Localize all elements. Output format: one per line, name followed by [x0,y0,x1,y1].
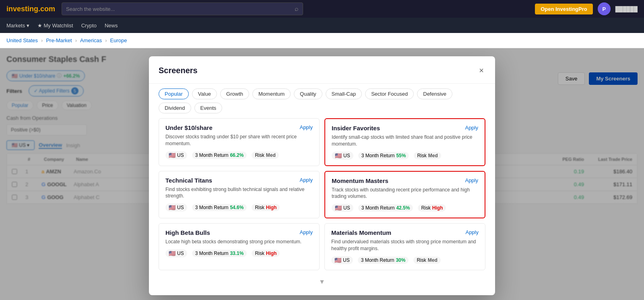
screener-row-2: Technical Titans Apply Find stocks exhib… [159,171,485,219]
risk-badge-under-10: Risk Med [252,152,279,159]
card-title-materials: Materials Momentum [331,229,391,236]
breadcrumb-united-states[interactable]: United States [6,37,38,43]
return-label-materials: 3 Month Return [361,257,394,263]
risk-badge-materials: Risk Med [413,257,440,264]
tab-popular[interactable]: Popular [159,88,189,99]
region-us-momentum: 🇺🇸 US [332,204,353,212]
apply-link-under-10[interactable]: Apply [299,124,313,130]
nav-markets[interactable]: Markets ▾ [6,23,29,29]
open-investing-pro-button[interactable]: Open InvestingPro [535,4,593,14]
return-badge-materials: 3 Month Return 30% [358,257,409,264]
tab-growth[interactable]: Growth [220,88,249,99]
breadcrumb-sep-1: › [41,37,43,43]
logo-text: investing [6,5,38,13]
tab-value[interactable]: Value [192,88,217,99]
return-label-insider: 3 Month Return [361,153,395,158]
card-desc-momentum: Track stocks with outstanding recent pri… [332,187,478,200]
us-flag-icon-technical: 🇺🇸 [169,204,175,211]
breadcrumb-pre-market[interactable]: Pre-Market [46,37,72,43]
modal-overlay[interactable]: Screeners × Popular Value Growth Momentu… [0,48,644,300]
nav-watchlist[interactable]: ★ My Watchlist [37,23,73,29]
screener-grid: Under $10/share Apply Discover stocks tr… [149,118,495,295]
username: ██████ [615,6,638,12]
risk-badge-momentum: Risk High [418,204,446,212]
us-flag-icon-under-10: 🇺🇸 [169,152,175,158]
risk-label-insider: Risk [417,153,426,158]
card-header-insider: Insider Favorites Apply [332,125,478,132]
card-desc-under-10: Discover stocks trading under $10 per sh… [165,134,313,147]
risk-badge-insider: Risk Med [414,152,441,159]
search-icon: ⌕ [295,5,299,12]
tab-events[interactable]: Events [194,103,223,113]
risk-label-high-beta: Risk [255,251,264,256]
return-value-materials: 30% [396,257,405,263]
risk-value-momentum: High [432,205,443,211]
screener-card-momentum-masters: Momentum Masters Apply Track stocks with… [324,171,485,219]
tab-defensive[interactable]: Defensive [417,88,452,99]
region-label-insider: US [343,153,350,158]
screener-card-materials-momentum: Materials Momentum Apply Find undervalue… [324,223,485,270]
us-flag-icon-materials: 🇺🇸 [334,257,341,263]
screener-row-1: Under $10/share Apply Discover stocks tr… [159,118,485,166]
risk-label-technical: Risk [255,205,264,210]
region-us-under-10: 🇺🇸 US [165,151,187,159]
risk-value-under-10: Med [266,152,276,158]
card-meta-under-10: 🇺🇸 US 3 Month Return 66.2% Risk Med [165,151,313,159]
return-value-momentum: 42.5% [396,205,410,211]
card-meta-momentum: 🇺🇸 US 3 Month Return 42.5% Risk High [332,204,478,212]
return-label-under-10: 3 Month Return [195,152,229,158]
card-desc-high-beta: Locate high beta stocks demonstrating st… [165,238,313,245]
nav-crypto[interactable]: Crypto [81,23,97,29]
apply-link-momentum[interactable]: Apply [465,177,478,183]
nav-news[interactable]: News [105,23,118,29]
card-meta-high-beta: 🇺🇸 US 3 Month Return 33.1% Risk High [165,249,313,257]
card-header-high-beta: High Beta Bulls Apply [165,229,313,236]
risk-badge-high-beta: Risk High [252,250,280,257]
breadcrumb-europe[interactable]: Europe [110,37,127,43]
card-title-technical: Technical Titans [165,177,212,184]
second-nav: Markets ▾ ★ My Watchlist Crypto News [0,18,644,33]
return-value-high-beta: 33.1% [230,251,244,256]
region-label-momentum: US [343,205,350,211]
apply-link-high-beta[interactable]: Apply [299,229,313,235]
apply-link-technical[interactable]: Apply [299,177,313,183]
card-header-materials: Materials Momentum Apply [331,229,479,236]
card-header-technical: Technical Titans Apply [165,177,313,184]
return-label-technical: 3 Month Return [195,205,229,210]
return-badge-high-beta: 3 Month Return 33.1% [192,250,247,257]
tab-sector-focused[interactable]: Sector Focused [365,88,414,99]
tab-momentum[interactable]: Momentum [252,88,291,99]
modal-title: Screeners [159,66,198,75]
logo-domain: .com [38,5,55,13]
apply-link-insider[interactable]: Apply [465,125,478,131]
card-meta-technical: 🇺🇸 US 3 Month Return 54.6% Risk High [165,203,313,212]
return-label-momentum: 3 Month Return [361,205,395,211]
card-header-under-10: Under $10/share Apply [165,124,313,131]
card-meta-materials: 🇺🇸 US 3 Month Return 30% Risk Med [331,256,479,264]
card-title-under-10: Under $10/share [165,124,213,131]
region-label-technical: US [177,205,184,210]
risk-value-high-beta: High [266,251,277,256]
risk-label-momentum: Risk [421,205,430,211]
us-flag-icon-momentum: 🇺🇸 [335,205,342,211]
return-value-insider: 55% [396,153,406,158]
us-flag-icon-insider: 🇺🇸 [335,152,342,159]
search-bar[interactable]: ⌕ [62,2,303,15]
region-label-materials: US [343,257,350,263]
risk-value-insider: Med [428,153,438,158]
apply-link-materials[interactable]: Apply [465,229,479,235]
screener-card-technical-titans: Technical Titans Apply Find stocks exhib… [159,171,320,219]
close-modal-button[interactable]: × [477,64,485,77]
risk-value-materials: Med [428,257,438,263]
screener-row-3: High Beta Bulls Apply Locate high beta s… [159,223,485,270]
breadcrumb-americas[interactable]: Americas [80,37,102,43]
search-input[interactable] [66,6,291,12]
tab-dividend[interactable]: Dividend [159,103,191,113]
risk-badge-technical: Risk High [252,204,280,211]
card-title-high-beta: High Beta Bulls [165,229,210,236]
tab-small-cap[interactable]: Small-Cap [326,88,362,99]
modal-header: Screeners × [149,56,495,84]
breadcrumb-sep-3: › [105,37,107,43]
region-label-high-beta: US [177,251,184,256]
tab-quality[interactable]: Quality [294,88,322,99]
